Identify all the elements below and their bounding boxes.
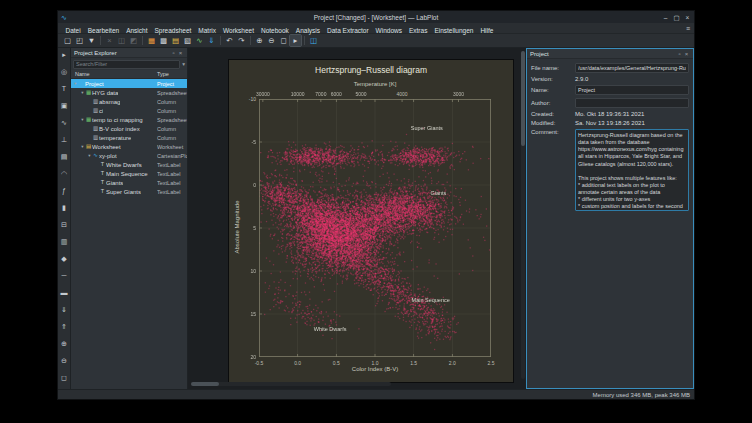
menu-item-spreadsheet[interactable]: Spreadsheet (151, 27, 195, 34)
tree-row-temperature[interactable]: ▥temperatureColumn (71, 133, 187, 142)
toolbar-separator (250, 36, 251, 45)
file-name-input[interactable] (575, 63, 689, 73)
horizontal-scrollbar[interactable] (191, 382, 391, 386)
explorer-float-icon[interactable]: ▫ (170, 50, 177, 56)
vertical-scrollbar[interactable] (521, 51, 525, 379)
created-label: Created: (531, 111, 575, 117)
tree-row-absmag[interactable]: ▥absmagColumn (71, 97, 187, 106)
project-properties-panel: Project ▫ × File name: Version: 2.9.0 Na… (526, 48, 694, 389)
fit-page-tool-icon[interactable]: ◻ (59, 373, 70, 383)
axis-tool-icon[interactable]: ⊥ (59, 135, 70, 145)
tree-item-name: absmag (99, 99, 120, 105)
reference-line-tool-icon[interactable]: ─ (59, 271, 70, 281)
tree-column-header: Name Type (71, 70, 187, 79)
paste-icon[interactable]: ◩ (128, 35, 139, 46)
import-tool-icon[interactable]: ⇓ (59, 305, 70, 315)
worksheet-page[interactable]: Hertzsprung–Russell diagram Temperature … (229, 60, 513, 382)
tree-row-xy-plot[interactable]: ▾∿xy-plotCartesianPlot (71, 151, 187, 160)
project-name-input[interactable] (575, 85, 689, 95)
text-label-tool-icon[interactable]: T (59, 84, 70, 94)
histogram-tool-icon[interactable]: ▮ (59, 203, 70, 213)
function-tool-icon[interactable]: ƒ (59, 186, 70, 196)
reference-range-tool-icon[interactable]: ▬ (59, 288, 70, 298)
y-tick-label: 15 (237, 311, 256, 317)
search-filter-input[interactable] (73, 60, 180, 69)
properties-close-icon[interactable]: × (683, 51, 690, 57)
toolbar-separator (142, 36, 143, 45)
menu-item-einstellungen[interactable]: Einstellungen (431, 27, 477, 34)
close-button[interactable]: × (684, 12, 691, 23)
author-input[interactable] (575, 98, 689, 108)
menu-item-analysis[interactable]: Analysis (292, 27, 323, 34)
column-header-name[interactable]: Name (75, 71, 90, 77)
tree-item-name: ci (99, 108, 103, 114)
minimize-button[interactable]: – (662, 12, 669, 23)
boxplot-tool-icon[interactable]: ⊟ (59, 220, 70, 230)
y-tick-label: 20 (237, 354, 256, 360)
y-tick-label: 5 (237, 225, 256, 231)
comment-textarea[interactable]: Hertzsprung-Russell diagram based on the… (575, 129, 689, 211)
project-explorer-header[interactable]: Project Explorer ▫ × (71, 48, 187, 58)
zoom-out-tool-icon[interactable]: ⊖ (59, 356, 70, 366)
properties-float-icon[interactable]: ▫ (676, 51, 683, 57)
tree-row-b-v-color-index[interactable]: ▥B-V color indexColumn (71, 124, 187, 133)
cut-icon[interactable]: × (104, 35, 115, 46)
menu-item-matrix[interactable]: Matrix (195, 27, 220, 34)
x-axis-label: Color Index (B-V) (259, 366, 491, 372)
tree-item-name: Main Sequence (106, 171, 148, 177)
tree-item-type: TextLabel (157, 162, 187, 168)
menu-item-ansicht[interactable]: Ansicht (123, 27, 151, 34)
fit-tool-icon[interactable]: ◠ (59, 169, 70, 179)
copy-icon[interactable]: ◫ (116, 35, 127, 46)
plot-annotation-giants: Giants (408, 190, 468, 196)
horizontal-scrollbar-thumb[interactable] (191, 382, 219, 386)
scatter-canvas[interactable] (259, 99, 491, 357)
tree-row-main-sequence[interactable]: TMain SequenceTextLabel (71, 169, 187, 178)
plot-icon: ∿ (92, 151, 99, 160)
tree-row-temp-to-ci-mapping[interactable]: ▾▦temp to ci mappingSpreadsheet (71, 115, 187, 124)
barplot-tool-icon[interactable]: ▥ (59, 237, 70, 247)
vertical-scrollbar-thumb[interactable] (521, 51, 525, 146)
crosshair-tool-icon[interactable]: ◎ (59, 67, 70, 77)
column-icon: ▥ (92, 133, 99, 142)
filter-icon[interactable]: ▾ (182, 61, 185, 67)
export-tool-icon[interactable]: ⇑ (59, 322, 70, 332)
select-tool-icon[interactable]: ▸ (59, 50, 70, 60)
spreadsheet-icon: ▦ (85, 115, 92, 124)
menu-item-windows[interactable]: Windows (372, 27, 405, 34)
image-tool-icon[interactable]: ▣ (59, 101, 70, 111)
tree-row-worksheet[interactable]: ▾▤WorksheetWorksheet (71, 142, 187, 151)
tree-row-ci[interactable]: ▥ciColumn (71, 106, 187, 115)
worksheet-view: Hertzsprung–Russell diagram Temperature … (188, 48, 526, 389)
zoom-in-tool-icon[interactable]: ⊕ (59, 339, 70, 349)
plot-annotation-super-giants: Super Giants (397, 125, 457, 131)
tree-item-name: White Dwarfs (106, 162, 142, 168)
labplot-app-icon: ∿ (61, 14, 67, 21)
tree-item-name: temperature (99, 135, 131, 141)
tree-row-giants[interactable]: TGiantsTextLabel (71, 178, 187, 187)
menu-item-datei[interactable]: Datei (62, 27, 84, 34)
menu-item-data-extractor[interactable]: Data Extractor (324, 27, 373, 34)
column-header-type[interactable]: Type (157, 71, 169, 77)
menu-item-hilfe[interactable]: Hilfe (477, 27, 497, 34)
tree-row-project[interactable]: ▾▣ProjectProject (71, 79, 187, 88)
maximize-button[interactable]: ▢ (673, 12, 680, 23)
info-element-tool-icon[interactable]: ◆ (59, 254, 70, 264)
tree-row-super-giants[interactable]: TSuper GiantsTextLabel (71, 187, 187, 196)
x-tick-label: 2.0 (443, 360, 461, 366)
hamburger-menu-icon[interactable]: ≡ (686, 25, 690, 32)
project-folder-icon: ▣ (78, 79, 85, 88)
menu-item-notebook[interactable]: Notebook (258, 27, 293, 34)
text-label-icon: T (99, 187, 106, 196)
menu-item-extras[interactable]: Extras (405, 27, 430, 34)
menu-item-bearbeiten[interactable]: Bearbeiten (84, 27, 122, 34)
tree-item-name: Worksheet (92, 144, 121, 150)
menu-item-worksheet[interactable]: Worksheet (220, 27, 258, 34)
tree-row-white-dwarfs[interactable]: TWhite DwarfsTextLabel (71, 160, 187, 169)
properties-header[interactable]: Project ▫ × (527, 49, 693, 59)
legend-tool-icon[interactable]: ▤ (59, 152, 70, 162)
curve-tool-icon[interactable]: ∿ (59, 118, 70, 128)
tree-row-hyg-data[interactable]: ▾▦HYG dataSpreadsheet (71, 88, 187, 97)
name-row: Name: (531, 85, 689, 95)
explorer-close-icon[interactable]: × (177, 50, 184, 56)
